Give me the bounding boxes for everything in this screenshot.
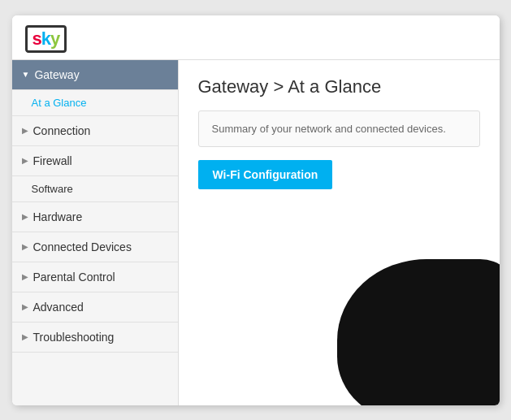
decorative-blob	[337, 259, 500, 405]
sidebar-item-label: Troubleshooting	[33, 331, 115, 344]
sidebar-item-firewall[interactable]: ▶ Firewall	[12, 146, 178, 176]
wifi-config-button[interactable]: Wi-Fi Configuration	[198, 160, 333, 189]
sidebar-item-label: Firewall	[33, 154, 72, 167]
sidebar-item-label: Parental Control	[33, 271, 115, 284]
arrow-icon: ▼	[22, 70, 30, 79]
sidebar-item-hardware[interactable]: ▶ Hardware	[12, 202, 178, 232]
sidebar-item-label: Gateway	[34, 68, 79, 81]
content-area: ▼ Gateway At a Glance ▶ Connection ▶ Fir…	[12, 60, 500, 405]
arrow-icon: ▶	[22, 302, 28, 311]
sidebar-item-gateway[interactable]: ▼ Gateway	[12, 60, 178, 90]
page-title: Gateway > At a Glance	[198, 76, 480, 97]
sidebar-item-advanced[interactable]: ▶ Advanced	[12, 292, 178, 323]
app-window: sky ▼ Gateway At a Glance ▶ Connection ▶…	[12, 15, 500, 405]
arrow-icon: ▶	[22, 156, 28, 165]
sidebar-item-label: Software	[32, 183, 73, 195]
logo-y: y	[50, 28, 59, 49]
logo-s: s	[32, 28, 41, 49]
arrow-icon: ▶	[22, 272, 28, 281]
sidebar-item-label: Advanced	[33, 301, 84, 314]
sidebar-item-connected-devices[interactable]: ▶ Connected Devices	[12, 232, 178, 262]
top-bar: sky	[12, 15, 500, 60]
sidebar-item-at-a-glance[interactable]: At a Glance	[12, 90, 178, 116]
main-content: Gateway > At a Glance Summary of your ne…	[179, 60, 500, 405]
sidebar-item-troubleshooting[interactable]: ▶ Troubleshooting	[12, 323, 178, 353]
sidebar-item-label: At a Glance	[32, 97, 87, 109]
sidebar-item-label: Connected Devices	[33, 240, 132, 253]
arrow-icon: ▶	[22, 126, 28, 135]
sidebar: ▼ Gateway At a Glance ▶ Connection ▶ Fir…	[12, 60, 179, 405]
sky-logo-text: sky	[32, 28, 60, 49]
sidebar-item-parental-control[interactable]: ▶ Parental Control	[12, 262, 178, 292]
summary-text: Summary of your network and connected de…	[212, 123, 446, 135]
sky-logo-box: sky	[25, 25, 67, 53]
summary-box: Summary of your network and connected de…	[198, 110, 480, 147]
sidebar-item-software[interactable]: Software	[12, 176, 178, 202]
sidebar-item-connection[interactable]: ▶ Connection	[12, 116, 178, 146]
arrow-icon: ▶	[22, 242, 28, 251]
main-header: Gateway > At a Glance	[179, 60, 500, 110]
logo-k: k	[41, 28, 50, 49]
sidebar-item-label: Connection	[33, 124, 91, 137]
sidebar-item-label: Hardware	[33, 210, 83, 223]
arrow-icon: ▶	[22, 332, 28, 341]
sky-logo: sky	[25, 25, 487, 53]
arrow-icon: ▶	[22, 212, 28, 221]
